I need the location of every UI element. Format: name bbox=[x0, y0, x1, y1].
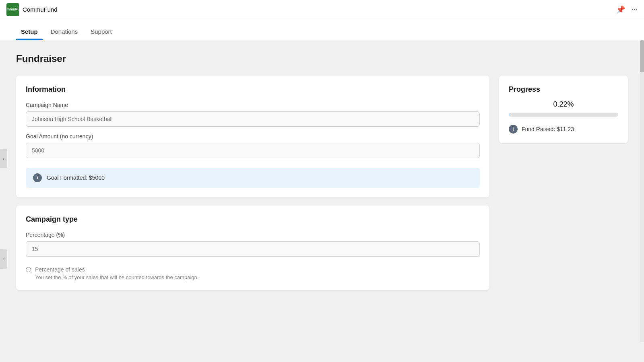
fund-raised-text: Fund Raised: $11.23 bbox=[522, 126, 574, 132]
percentage-of-sales-label: Percentage of sales bbox=[35, 266, 198, 273]
percentage-of-sales-desc: You set the % of your sales that will be… bbox=[35, 274, 198, 280]
tab-setup[interactable]: Setup bbox=[16, 28, 43, 40]
left-column: Information Campaign Name Goal Amount (n… bbox=[16, 76, 489, 290]
app-logo: Commu Fund bbox=[6, 3, 19, 16]
percentage-input[interactable] bbox=[26, 241, 480, 257]
progress-bar-fill bbox=[509, 113, 509, 117]
progress-title: Progress bbox=[509, 85, 618, 94]
app-title: CommuFund bbox=[23, 6, 58, 13]
campaign-name-label: Campaign Name bbox=[26, 102, 480, 108]
notification-icon[interactable]: 📌 bbox=[616, 5, 625, 14]
more-options-icon[interactable]: ··· bbox=[632, 5, 638, 14]
content-layout: Information Campaign Name Goal Amount (n… bbox=[16, 76, 628, 290]
right-column: Progress 0.22% i Fund Raised: $11.23 bbox=[499, 76, 628, 143]
header-actions: 📌 ··· bbox=[616, 5, 638, 14]
campaign-type-card: Campaign type Percentage (%) Percentage … bbox=[16, 206, 489, 290]
fund-raised-row: i Fund Raised: $11.23 bbox=[509, 125, 618, 134]
goal-amount-input[interactable] bbox=[26, 143, 480, 158]
goal-amount-label: Goal Amount (no currency) bbox=[26, 133, 480, 140]
left-panel-chevron-bottom[interactable]: › bbox=[0, 249, 7, 269]
information-card-title: Information bbox=[26, 85, 480, 94]
percentage-of-sales-radio[interactable] bbox=[26, 267, 31, 272]
progress-percent: 0.22% bbox=[509, 100, 618, 109]
progress-bar-container bbox=[509, 113, 618, 117]
tab-navigation: Setup Donations Support bbox=[0, 19, 644, 40]
app-header: Commu Fund CommuFund 📌 ··· bbox=[0, 0, 644, 19]
goal-formatted-text: Goal Formatted: $5000 bbox=[47, 175, 105, 181]
logo-area: Commu Fund CommuFund bbox=[6, 3, 58, 16]
progress-card: Progress 0.22% i Fund Raised: $11.23 bbox=[499, 76, 628, 143]
scrollbar[interactable] bbox=[640, 40, 644, 342]
page-title: Fundraiser bbox=[16, 53, 628, 64]
percentage-of-sales-option: Percentage of sales You set the % of you… bbox=[26, 266, 480, 280]
left-panel-chevron-mid[interactable]: › bbox=[0, 149, 7, 168]
fund-raised-icon: i bbox=[509, 125, 518, 134]
campaign-type-title: Campaign type bbox=[26, 215, 480, 224]
campaign-name-input[interactable] bbox=[26, 111, 480, 127]
main-content: Fundraiser Information Campaign Name Goa… bbox=[0, 40, 644, 362]
tab-donations[interactable]: Donations bbox=[46, 28, 83, 40]
goal-formatted-box: i Goal Formatted: $5000 bbox=[26, 168, 480, 188]
scrollbar-thumb[interactable] bbox=[640, 40, 644, 72]
information-card: Information Campaign Name Goal Amount (n… bbox=[16, 76, 489, 197]
percentage-label: Percentage (%) bbox=[26, 232, 480, 238]
info-icon: i bbox=[33, 173, 42, 182]
tab-support[interactable]: Support bbox=[86, 28, 117, 40]
